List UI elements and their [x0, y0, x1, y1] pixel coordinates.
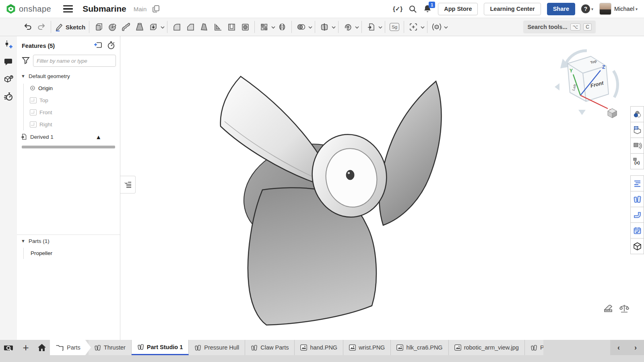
mass-properties-icon[interactable] — [619, 304, 630, 315]
tab-claw-parts[interactable]: Claw Parts — [245, 340, 295, 355]
chevron-down-icon[interactable]: ▼ — [21, 74, 26, 78]
display-states-panel-icon[interactable] — [630, 122, 644, 138]
derived-icon[interactable] — [364, 20, 378, 34]
tree-item-right-plane[interactable]: Right — [17, 118, 120, 130]
home-tab-button[interactable] — [34, 340, 50, 355]
mirror-icon[interactable] — [275, 20, 289, 34]
boolean-icon[interactable] — [294, 20, 308, 34]
scroll-tabs-left-icon[interactable]: ‹ — [614, 343, 623, 352]
rollback-history-icon[interactable] — [107, 41, 115, 51]
app-store-button[interactable]: App Store — [438, 3, 478, 15]
shell-icon[interactable] — [225, 20, 238, 34]
sketch-button[interactable]: Sketch — [54, 20, 87, 34]
hub-center-hole[interactable] — [346, 170, 354, 180]
chevron-down-icon[interactable] — [378, 23, 382, 31]
tree-item-derived[interactable]: Derived 1 ▲ — [17, 130, 120, 143]
transform-icon[interactable] — [341, 20, 355, 34]
rollback-marker-icon[interactable]: ▲ — [95, 134, 101, 140]
sweep-icon[interactable] — [119, 20, 133, 34]
part-item-propeller[interactable]: Propeller — [17, 247, 120, 259]
notifications-bell-icon[interactable]: 1 — [423, 4, 432, 13]
hole-icon[interactable] — [238, 20, 252, 34]
add-tab-button[interactable]: + — [18, 340, 34, 355]
rotate-down-icon[interactable] — [578, 110, 586, 115]
mate-connector-icon[interactable] — [407, 20, 420, 34]
tab-pressure-hull[interactable]: Pressure Hull — [189, 340, 245, 355]
view-orientation-cube-icon[interactable] — [607, 108, 617, 118]
sheet-metal-panel-icon[interactable] — [630, 207, 644, 223]
filter-icon[interactable] — [22, 57, 30, 65]
comments-panel-icon[interactable] — [1, 54, 16, 70]
linear-pattern-icon[interactable] — [257, 20, 271, 34]
onshape-logo[interactable]: onshape — [6, 4, 51, 14]
user-menu[interactable]: Michael ▾ — [599, 3, 638, 15]
tab-part-studio-1[interactable]: Part Studio 1 — [132, 340, 189, 355]
tree-item-origin[interactable]: Origin — [17, 82, 120, 94]
tab-partial[interactable]: P — [525, 340, 543, 355]
chevron-down-icon[interactable] — [271, 23, 275, 31]
sg-tool-icon[interactable]: Sg — [388, 20, 401, 34]
workspace-label[interactable]: Main — [134, 6, 147, 12]
split-icon[interactable] — [318, 20, 331, 34]
tab-hand-png[interactable]: hand.PNG — [295, 340, 343, 355]
revolve-icon[interactable] — [105, 20, 119, 34]
loft-icon[interactable] — [133, 20, 147, 34]
propeller-part[interactable] — [121, 36, 620, 340]
rollback-bar[interactable] — [22, 146, 115, 148]
tab-wrist-png[interactable]: wrist.PNG — [343, 340, 391, 355]
featurescript-icon[interactable]: {✓} — [393, 5, 402, 12]
learning-center-button[interactable]: Learning Center — [484, 3, 541, 15]
chevron-down-icon[interactable] — [421, 23, 425, 31]
propeller-blade-right[interactable] — [379, 81, 441, 225]
chevron-down-icon[interactable] — [332, 23, 336, 31]
feature-filter-input[interactable] — [33, 55, 116, 67]
versions-icon[interactable] — [152, 5, 160, 13]
fillet-icon[interactable] — [170, 20, 184, 34]
redo-button[interactable] — [35, 20, 48, 34]
search-icon[interactable] — [409, 5, 417, 13]
chevron-down-icon[interactable] — [355, 23, 359, 31]
tree-item-front-plane[interactable]: Front — [17, 106, 120, 118]
extrude-icon[interactable] — [92, 20, 105, 34]
rotate-left-icon[interactable] — [555, 83, 559, 90]
appearance-panel-icon[interactable] — [630, 106, 644, 122]
chamfer-icon[interactable] — [184, 20, 197, 34]
chevron-down-icon[interactable] — [308, 23, 312, 31]
panel-collapse-handle[interactable] — [120, 176, 136, 193]
custom-tables-panel-icon[interactable] — [630, 175, 644, 191]
tab-hlk-cra6-png[interactable]: hlk_cra6.PNG — [391, 340, 448, 355]
add-folder-icon[interactable] — [93, 41, 102, 51]
share-button[interactable]: Share — [547, 3, 575, 15]
undo-button[interactable] — [21, 20, 35, 34]
publications-panel-icon[interactable] — [630, 222, 644, 239]
tab-robotic-arm-view-jpg[interactable]: robotic_arm_view.jpg — [449, 340, 525, 355]
tab-thruster[interactable]: Thruster — [89, 340, 132, 355]
parts-section-header[interactable]: ▼ Parts (1) — [17, 235, 120, 247]
history-panel-icon[interactable] — [1, 88, 16, 105]
isolate-cube-panel-icon[interactable] — [630, 238, 644, 254]
chevron-down-icon[interactable]: ▼ — [21, 239, 26, 243]
measure-icon[interactable] — [603, 304, 613, 315]
chevron-down-icon[interactable] — [161, 23, 165, 31]
document-title[interactable]: Submarine — [83, 4, 126, 14]
scroll-tabs-right-icon[interactable]: › — [631, 343, 640, 352]
help-menu[interactable]: ? ▾ — [581, 4, 593, 13]
search-tabs-icon[interactable] — [0, 340, 18, 355]
draft-icon[interactable] — [197, 20, 211, 34]
view-cube[interactable]: Top Front Left Y Z X — [552, 47, 621, 118]
configurations-panel-icon[interactable] — [1, 71, 16, 87]
rib-icon[interactable] — [211, 20, 225, 34]
document-menu-icon[interactable] — [63, 5, 73, 12]
import-icon[interactable] — [147, 20, 160, 34]
variables-panel-icon[interactable] — [1, 37, 16, 53]
search-tools-button[interactable]: Search tools... ⌥ C — [523, 21, 596, 33]
parts-list-panel-icon[interactable] — [630, 191, 644, 207]
tree-item-default-geometry[interactable]: ▼ Default geometry — [17, 70, 120, 82]
chevron-down-icon[interactable] — [444, 23, 448, 31]
render-studio-panel-icon[interactable] — [630, 138, 644, 154]
tree-item-top-plane[interactable]: Top — [17, 94, 120, 106]
breadcrumb-tab-parts[interactable]: Parts — [50, 340, 91, 355]
standard-content-icon[interactable] — [430, 20, 444, 34]
shortcut-c-key: C — [583, 23, 592, 31]
feature-expression-panel-icon[interactable]: (x) — [630, 153, 644, 169]
